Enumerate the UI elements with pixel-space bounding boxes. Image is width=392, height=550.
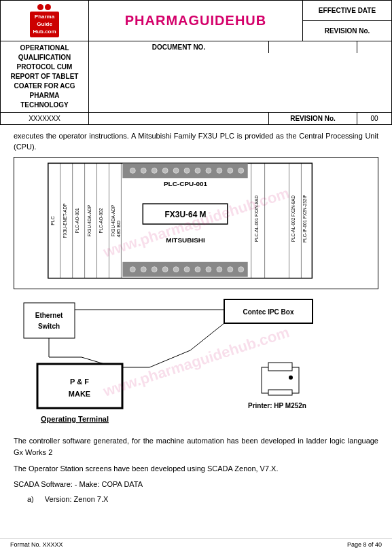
svg-text:Ethernet: Ethernet <box>35 312 63 319</box>
effective-date-cell <box>269 41 357 53</box>
footer-page: Page 8 of 40 <box>347 541 382 548</box>
revision-label2: REVISION No. <box>269 113 357 124</box>
svg-text:MAKE: MAKE <box>69 390 90 398</box>
svg-point-22 <box>238 168 244 173</box>
logo-line2: Guide <box>33 20 56 28</box>
svg-rect-61 <box>37 364 122 408</box>
subheader: DOCUMENT NO. OPERATIONAL QUALIFICATION P… <box>0 41 392 113</box>
effective-date-label: EFFECTIVE DATE <box>303 1 391 21</box>
svg-text:FX3U-64 M: FX3U-64 M <box>165 210 207 219</box>
svg-rect-67 <box>268 390 292 395</box>
lower-diagram: www.pharmaguidehub.com Ethernet Switch C… <box>14 289 378 435</box>
svg-point-27 <box>162 266 168 272</box>
svg-point-13 <box>141 168 146 173</box>
svg-point-28 <box>173 266 179 272</box>
doc-no-label: DOCUMENT NO. <box>89 41 269 53</box>
svg-text:FX3U-4DA-ADP: FX3U-4DA-ADP <box>111 204 115 236</box>
doc-title-l3: COATER FOR ACG PHARMA <box>3 81 86 100</box>
svg-text:FX3U-ENET-ADP: FX3U-ENET-ADP <box>63 203 67 238</box>
svg-line-59 <box>149 350 190 367</box>
software-text: The controller software generated, for t… <box>14 435 378 459</box>
version-text: Version: Zenon 7.X <box>45 495 109 503</box>
svg-text:Contec IPC Box: Contec IPC Box <box>243 308 293 316</box>
doc-title-spacer <box>89 113 269 124</box>
svg-point-29 <box>184 266 190 272</box>
svg-point-25 <box>141 266 146 272</box>
header-right: EFFECTIVE DATE REVISION No. <box>303 1 391 41</box>
svg-text:Operating Terminal: Operating Terminal <box>41 415 109 423</box>
svg-point-31 <box>206 266 211 272</box>
header-title: PHARMAGUIDEHUB <box>89 1 303 41</box>
scada-software: SCADA Software: - Make: COPA DATA <box>14 479 378 491</box>
svg-point-12 <box>130 168 135 173</box>
svg-point-33 <box>228 266 233 272</box>
svg-point-16 <box>173 168 179 173</box>
version-label: a) <box>27 495 34 503</box>
svg-point-32 <box>217 266 222 272</box>
doc-no-value: XXXXXXX <box>1 113 89 124</box>
svg-point-19 <box>206 168 211 173</box>
subheader2: XXXXXXX REVISION No. 00 <box>0 113 392 125</box>
svg-rect-66 <box>268 363 292 371</box>
svg-line-60 <box>190 323 224 350</box>
revision-value: 00 <box>357 113 391 124</box>
svg-text:Switch: Switch <box>38 323 60 330</box>
svg-text:485 BD: 485 BD <box>115 219 122 237</box>
doc-title: OPERATIONAL QUALIFICATION PROTOCOL CUM R… <box>1 41 89 112</box>
svg-point-68 <box>289 375 293 380</box>
svg-text:P & F: P & F <box>70 378 89 386</box>
intro-text: executes the operator instructions. A Mi… <box>14 130 378 153</box>
main-content: executes the operator instructions. A Mi… <box>0 125 392 509</box>
svg-text:PLC-AO-002: PLC-AO-002 <box>99 208 104 233</box>
header: Pharma Guide Hub.com PHARMAGUIDEHUB EFFE… <box>0 0 392 41</box>
svg-point-14 <box>152 168 157 173</box>
rev-no-val-cell <box>357 41 391 53</box>
plc-diagram: www.pharmaguidehub.com <box>14 157 378 289</box>
svg-text:PLC-CPU-001: PLC-CPU-001 <box>164 180 208 187</box>
svg-point-21 <box>228 168 233 173</box>
doc-title-l1: OPERATIONAL QUALIFICATION <box>3 43 86 62</box>
svg-point-34 <box>238 266 244 272</box>
scada-text: The Operator Station screens have been d… <box>14 463 378 475</box>
svg-point-17 <box>184 168 190 173</box>
svg-point-20 <box>217 168 222 173</box>
plc-svg: PLC-CPU-001 FX3U-64 M MITSUBISHI PLC FX3… <box>14 158 378 289</box>
logo-line1: Pharma <box>33 13 56 20</box>
doc-title-l4: TECHNOLOGY <box>20 100 69 110</box>
svg-rect-65 <box>262 367 299 393</box>
lower-svg: Ethernet Switch Contec IPC Box P & F MAK… <box>14 289 378 435</box>
svg-point-18 <box>195 168 200 173</box>
footer-format: Format No. XXXXX <box>10 541 63 548</box>
svg-point-15 <box>162 168 168 173</box>
doc-title-l2: PROTOCOL CUM REPORT OF TABLET <box>3 62 86 81</box>
revision-label: REVISION No. <box>303 21 391 41</box>
svg-rect-49 <box>24 303 75 338</box>
svg-text:PLC-AL-001 FX2N-8AD: PLC-AL-001 FX2N-8AD <box>254 195 259 242</box>
svg-text:Printer: HP M252n: Printer: HP M252n <box>248 402 306 409</box>
footer: Format No. XXXXX Page 8 of 40 <box>0 538 392 550</box>
svg-point-26 <box>152 266 157 272</box>
svg-text:PLC-AO-001: PLC-AO-001 <box>75 208 79 233</box>
svg-point-24 <box>130 266 135 272</box>
svg-text:FX3U-4DA-ADP: FX3U-4DA-ADP <box>87 204 92 236</box>
svg-point-30 <box>195 266 200 272</box>
logo: Pharma Guide Hub.com <box>1 1 89 41</box>
logo-line3: Hub.com <box>33 28 56 35</box>
svg-text:PLC: PLC <box>50 216 55 225</box>
svg-text:PLC-AL-002 FX2N-8AD: PLC-AL-002 FX2N-8AD <box>291 195 296 242</box>
svg-text:MITSUBISHI: MITSUBISHI <box>166 236 205 243</box>
svg-text:PLC-IF-001 FX2N-232IF: PLC-IF-001 FX2N-232IF <box>302 194 307 242</box>
